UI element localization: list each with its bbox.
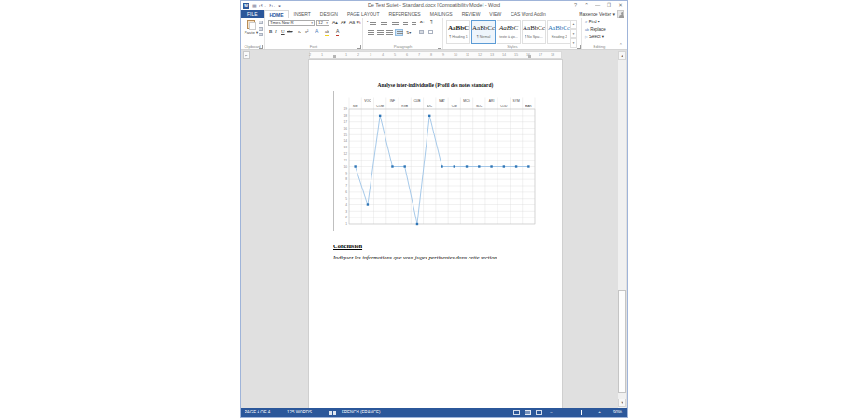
bold-button[interactable]: B <box>269 28 272 35</box>
numbering-icon[interactable] <box>381 21 387 25</box>
justify-button-selected[interactable] <box>395 29 403 36</box>
svg-text:3: 3 <box>345 210 347 214</box>
user-name[interactable]: Maxence Vetter ▾ <box>579 11 615 17</box>
underline-button[interactable]: U <box>281 28 285 35</box>
restore-button[interactable]: ❐ <box>604 1 614 9</box>
cut-icon[interactable] <box>259 21 263 24</box>
language-indicator[interactable]: FRENCH (FRANCE) <box>342 408 381 417</box>
customize-qat-icon[interactable]: ▾ <box>278 2 281 9</box>
scrollbar-thumb[interactable] <box>618 290 626 393</box>
bullets-icon[interactable] <box>370 21 376 25</box>
svg-text:9: 9 <box>345 172 347 175</box>
align-center-icon[interactable] <box>377 30 384 35</box>
avatar[interactable] <box>617 10 624 18</box>
line-spacing-icon[interactable]: ⇅▾ <box>406 29 411 35</box>
zoom-percent[interactable]: 90% <box>613 408 622 417</box>
account-area[interactable]: Maxence Vetter ▾ <box>579 10 624 18</box>
profile-chart[interactable]: 12345678910111213141516171819SIMVOCCOMIN… <box>333 91 538 231</box>
read-mode-icon[interactable] <box>513 410 520 415</box>
redo-icon[interactable]: ↻ · <box>269 2 275 9</box>
tab-page-layout[interactable]: PAGE LAYOUT <box>343 10 385 18</box>
align-left-icon[interactable] <box>368 30 374 35</box>
shrink-font-button[interactable]: A▾ <box>341 20 346 26</box>
text-effects-button[interactable]: A <box>315 28 318 35</box>
format-painter-icon[interactable] <box>259 33 263 36</box>
select-button[interactable]: ▷ Select ▾ <box>585 35 604 39</box>
grow-font-button[interactable]: A▴ <box>332 20 338 26</box>
right-indent-marker[interactable] <box>528 55 531 58</box>
print-layout-icon[interactable] <box>525 410 531 415</box>
subscript-button[interactable]: x₂ <box>298 28 301 35</box>
document-page[interactable]: Analyse inter-individuelle (Profil des n… <box>309 60 562 410</box>
undo-icon[interactable]: ↺ · <box>259 2 266 9</box>
collapse-ribbon-icon[interactable]: ⌃ <box>619 42 623 48</box>
svg-text:SYM: SYM <box>513 99 520 103</box>
tab-home[interactable]: HOME <box>264 10 289 18</box>
minimize-button[interactable]: — <box>593 1 603 9</box>
align-right-icon[interactable] <box>386 30 393 35</box>
gallery-up-icon[interactable]: ▲ <box>570 20 577 29</box>
tab-references[interactable]: REFERENCES <box>385 10 426 18</box>
style-card-1[interactable]: AaBbCcI¶ Normal <box>471 20 496 44</box>
zoom-out-button[interactable]: − <box>550 408 553 417</box>
left-indent-marker[interactable] <box>333 55 336 58</box>
tab-design[interactable]: DESIGN <box>315 10 343 18</box>
tab-review[interactable]: REVIEW <box>457 10 485 18</box>
find-button[interactable]: ⌕ Find ▾ <box>585 20 600 24</box>
editing-group-label: Editing <box>582 44 616 49</box>
svg-text:INF: INF <box>390 99 395 103</box>
font-color-button[interactable]: A <box>336 28 339 36</box>
ribbon-display-button[interactable]: ⌃ <box>581 1 592 9</box>
decrease-indent-icon[interactable] <box>403 21 408 25</box>
tab-cas-word-addin[interactable]: CAS Word AddIn <box>506 10 551 18</box>
shading-icon[interactable] <box>419 30 424 34</box>
style-card-4[interactable]: AaBbCcIHeading 2 <box>547 20 571 44</box>
page-indicator[interactable]: PAGE 4 OF 4 <box>245 408 270 417</box>
replace-button[interactable]: ab Replace <box>585 27 606 32</box>
tab-file[interactable]: FILE <box>241 10 264 18</box>
word-count[interactable]: 125 WORDS <box>287 408 312 417</box>
word-logo-icon[interactable]: W <box>243 3 249 9</box>
paste-button[interactable]: Paste ▾ <box>244 20 259 42</box>
font-size-combo[interactable]: 12▾ <box>316 20 329 26</box>
increase-indent-icon[interactable] <box>412 21 416 25</box>
scroll-down-icon[interactable]: ▼ <box>618 399 626 407</box>
zoom-in-button[interactable]: + <box>598 408 601 417</box>
font-dialog-launcher[interactable] <box>357 45 361 49</box>
font-name-combo[interactable]: Times New R▾ <box>268 20 315 26</box>
paragraph-dialog-launcher[interactable] <box>438 45 441 49</box>
copy-icon[interactable] <box>259 27 263 31</box>
tab-stop-selector[interactable]: ⌐ <box>243 51 250 59</box>
show-paragraph-marks-icon[interactable]: ¶ <box>430 19 433 25</box>
proofing-icon[interactable] <box>329 411 336 415</box>
web-layout-icon[interactable] <box>536 410 542 415</box>
superscript-button[interactable]: x² <box>305 28 308 35</box>
zoom-slider-thumb[interactable] <box>581 410 582 415</box>
tab-view[interactable]: VIEW <box>484 10 506 18</box>
clipboard-group: Paste ▾ Clipboard <box>241 18 265 49</box>
highlight-color-button[interactable]: ab <box>325 28 329 36</box>
tab-insert[interactable]: INSERT <box>289 10 315 18</box>
close-button[interactable]: ✕ <box>615 1 625 9</box>
strikethrough-button[interactable]: abe <box>287 28 293 35</box>
save-icon[interactable]: ▦ <box>252 2 257 9</box>
clear-formatting-icon[interactable]: ✎ <box>357 20 361 26</box>
clipboard-dialog-launcher[interactable] <box>259 45 263 49</box>
style-card-0[interactable]: AaBbC¶ Heading 1 <box>446 20 470 44</box>
zoom-slider[interactable] <box>558 413 594 413</box>
help-button[interactable]: ? <box>570 1 581 9</box>
style-card-2[interactable]: AaBbCtexte à ajo... <box>497 20 521 44</box>
borders-icon[interactable] <box>428 30 433 34</box>
styles-gallery-scroll: ▲ ▼ ▼ <box>570 20 577 44</box>
tab-mailings[interactable]: MAILINGS <box>426 10 457 18</box>
horizontal-ruler[interactable]: 21123456789101112131415161718 <box>309 51 562 59</box>
quick-access-toolbar: W ▦ ↺ · ↻ · ▾ <box>243 2 281 9</box>
italic-button[interactable]: I <box>275 28 277 35</box>
gallery-down-icon[interactable]: ▼ <box>570 29 577 38</box>
svg-text:COM: COM <box>376 105 384 108</box>
sort-icon[interactable]: A↓ <box>420 19 425 25</box>
styles-dialog-launcher[interactable] <box>577 45 581 49</box>
style-card-3[interactable]: AaBbCcI¶ No Spac... <box>522 20 546 44</box>
multilevel-list-icon[interactable] <box>392 21 399 25</box>
scroll-up-icon[interactable]: ▲ <box>618 51 626 60</box>
